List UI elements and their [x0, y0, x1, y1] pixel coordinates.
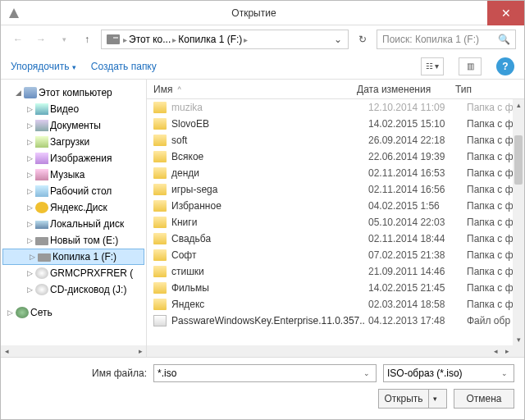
column-date[interactable]: Дата изменения [357, 84, 455, 95]
chevron-right-icon: ▸ [172, 35, 176, 44]
file-row[interactable]: Фильмы14.02.2015 21:45Папка с ф [147, 280, 524, 296]
file-row[interactable]: Свадьба02.11.2014 18:44Папка с ф [147, 231, 524, 247]
navigation-tree[interactable]: ◢ Этот компьютер ▷Видео▷Документы▷Загруз… [1, 80, 147, 357]
scroll-left-icon[interactable]: ◂ [1, 345, 12, 357]
scroll-right-icon[interactable]: ▸ [501, 345, 513, 357]
file-row[interactable]: Книги05.10.2014 22:03Папка с ф [147, 214, 524, 231]
expand-icon[interactable]: ▷ [25, 171, 34, 179]
column-name[interactable]: Имя^ [147, 84, 357, 95]
tree-item[interactable]: ▷Загрузки [1, 134, 146, 150]
search-input[interactable]: Поиск: Копилка 1 (F:) 🔍 [377, 30, 516, 49]
tree-item-label: Новый том (E:) [50, 235, 118, 246]
cancel-button[interactable]: Отмена [454, 389, 514, 409]
new-folder-button[interactable]: Создать папку [91, 61, 157, 72]
nav-recent-button[interactable]: ▾ [55, 30, 73, 48]
file-row[interactable]: Всякое22.06.2014 19:39Папка с ф [147, 148, 524, 165]
breadcrumb-segment[interactable]: Этот ко... [129, 34, 171, 45]
folder-icon [153, 282, 167, 294]
file-row[interactable]: стишки21.09.2011 14:46Папка с ф [147, 263, 524, 280]
open-button[interactable]: Открыть ▾ [378, 389, 447, 409]
expand-icon[interactable]: ▷ [25, 285, 34, 294]
expand-icon[interactable]: ▷ [28, 253, 36, 261]
breadcrumb[interactable]: ▸ Этот ко... ▸ Копилка 1 (F:) ▸ ⌄ [101, 30, 349, 49]
tree-item[interactable]: ▷Локальный диск [1, 216, 146, 232]
collapse-icon[interactable]: ◢ [14, 89, 22, 97]
tree-item[interactable]: ▷CD-дисковод (J:) [1, 281, 146, 298]
tree-item-icon [35, 221, 48, 229]
close-button[interactable]: ✕ [487, 1, 524, 25]
computer-icon [24, 87, 37, 98]
view-options-button[interactable]: ☷ ▾ [421, 57, 444, 75]
tree-item-icon [35, 169, 48, 180]
scroll-down-icon[interactable]: ▾ [513, 334, 524, 345]
tree-item-icon [35, 153, 48, 164]
file-row[interactable]: Софт07.02.2015 21:38Папка с ф [147, 247, 524, 263]
column-type[interactable]: Тип [455, 84, 513, 95]
tree-item[interactable]: ▷Новый том (E:) [1, 232, 146, 249]
scrollbar-thumb[interactable] [514, 135, 523, 185]
tree-h-scrollbar[interactable]: ◂ ▸ [1, 345, 146, 357]
file-row[interactable]: muzika12.10.2014 11:09Папка с ф [147, 99, 524, 116]
tree-item[interactable]: ▷Яндекс.Диск [1, 199, 146, 216]
file-row[interactable]: SlovoEB14.02.2015 15:10Папка с ф [147, 116, 524, 132]
nav-forward-button[interactable]: → [32, 30, 50, 48]
expand-icon[interactable]: ▷ [25, 187, 34, 195]
scroll-left-icon[interactable]: ◂ [490, 345, 501, 357]
chevron-down-icon[interactable]: ⌄ [499, 369, 510, 377]
tree-network[interactable]: ▷ Сеть [1, 304, 146, 321]
expand-icon[interactable]: ▷ [25, 203, 34, 212]
scroll-right-icon[interactable]: ▸ [135, 345, 146, 357]
file-name: денди [171, 167, 368, 179]
folder-icon [153, 118, 167, 130]
filename-input[interactable]: *.iso ⌄ [153, 364, 377, 382]
v-scrollbar[interactable]: ▴ ▾ [513, 99, 524, 345]
breadcrumb-segment[interactable]: Копилка 1 (F:) [178, 34, 242, 45]
tree-item-icon [35, 237, 48, 245]
expand-icon[interactable]: ▷ [25, 121, 34, 130]
organize-button[interactable]: Упорядочить ▾ [11, 61, 76, 72]
file-name: стишки [171, 266, 368, 277]
tree-item[interactable]: ▷Рабочий стол [1, 183, 146, 199]
open-split-dropdown[interactable]: ▾ [428, 390, 441, 408]
tree-item[interactable]: ▷Изображения [1, 150, 146, 167]
expand-icon[interactable]: ▷ [25, 138, 34, 146]
file-row[interactable]: Яндекс02.03.2014 18:58Папка с ф [147, 296, 524, 313]
tree-item-label: Музыка [50, 169, 84, 180]
expand-icon[interactable]: ▷ [6, 308, 14, 317]
nav-back-button[interactable]: ← [9, 30, 27, 48]
file-row[interactable]: игры-sega02.11.2014 16:56Папка с ф [147, 181, 524, 198]
column-headers[interactable]: Имя^ Дата изменения Тип [147, 80, 524, 99]
h-scrollbar[interactable]: ◂ ▸ [147, 345, 524, 357]
refresh-button[interactable]: ↻ [354, 34, 372, 45]
file-row[interactable]: PasswareWindowsKey.Enterprise.11.0.357..… [147, 313, 524, 329]
tree-item[interactable]: ▷Видео [1, 101, 146, 117]
file-row[interactable]: денди02.11.2014 16:53Папка с ф [147, 165, 524, 181]
window-title: Открытие [21, 7, 487, 19]
breadcrumb-dropdown[interactable]: ⌄ [331, 34, 345, 45]
expand-icon[interactable]: ▷ [25, 269, 34, 277]
tree-item-icon [35, 202, 48, 213]
file-row[interactable]: Избранное04.02.2015 1:56Папка с ф [147, 198, 524, 214]
scroll-up-icon[interactable]: ▴ [513, 99, 524, 111]
file-name: SlovoEB [171, 118, 368, 130]
preview-pane-button[interactable]: ▥ [459, 57, 482, 75]
file-row[interactable]: soft26.09.2014 22:18Папка с ф [147, 132, 524, 148]
tree-item[interactable]: ▷Копилка 1 (F:) [2, 249, 144, 265]
help-button[interactable]: ? [496, 57, 514, 75]
expand-icon[interactable]: ▷ [25, 154, 34, 162]
nav-up-button[interactable]: ↑ [78, 30, 96, 48]
tree-item-label: Изображения [50, 153, 112, 164]
tree-item[interactable]: ▷GRMCPRXFRER ( [1, 265, 146, 281]
folder-icon [153, 167, 167, 179]
expand-icon[interactable]: ▷ [25, 105, 34, 113]
tree-item[interactable]: ▷Документы [1, 117, 146, 134]
folder-icon [153, 102, 167, 113]
file-name: PasswareWindowsKey.Enterprise.11.0.357.. [171, 315, 368, 326]
filetype-filter[interactable]: ISO-образ (*.iso) ⌄ [383, 364, 514, 382]
chevron-down-icon[interactable]: ⌄ [361, 369, 372, 377]
expand-icon[interactable]: ▷ [25, 236, 34, 244]
expand-icon[interactable]: ▷ [25, 220, 34, 228]
tree-item[interactable]: ▷Музыка [1, 167, 146, 183]
tree-root-computer[interactable]: ◢ Этот компьютер [1, 84, 146, 101]
file-name: игры-sega [171, 184, 368, 195]
